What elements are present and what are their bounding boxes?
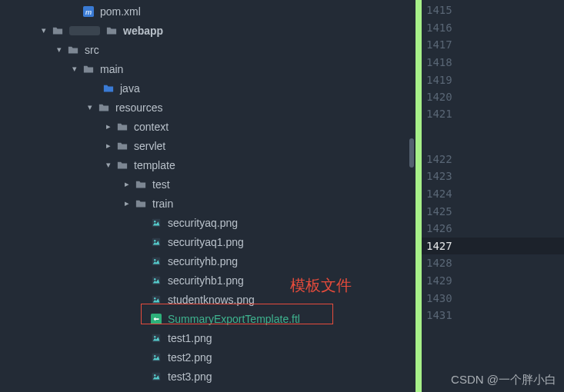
chevron-placeholder [137,237,148,247]
line-number[interactable]: 1424 [422,185,564,203]
tree-item-test[interactable]: ▸test [0,174,415,194]
chevron-placeholder [137,256,148,267]
tree-item-label: context [134,121,169,133]
tree-item-label: studentknows.png [168,294,255,306]
tree-item-label: resources [115,101,162,114]
chevron-placeholder [137,314,148,324]
tree-item-resources[interactable]: ▾resources [0,98,415,117]
chevron-placeholder [69,6,80,17]
line-number[interactable]: 1428 [422,254,564,272]
chevron-placeholder [137,333,148,344]
tree-item-java[interactable]: java [0,78,415,98]
tree-item-securityhb-png[interactable]: securityhb.png [0,251,415,271]
line-number[interactable]: 1427 [422,238,564,255]
tree-item-label: test [152,178,170,191]
file-img-icon [149,274,163,287]
tree-item-label: java [120,82,140,95]
chevron-right-icon[interactable]: ▸ [103,141,114,151]
tree-item-label: src [85,44,99,56]
chevron-down-icon[interactable]: ▾ [38,25,49,36]
file-img-icon [149,293,163,307]
tree-item-label: securityaq1.png [168,236,244,248]
tree-item-train[interactable]: ▸train [0,194,415,213]
tree-item-test2-png[interactable]: test2.png [0,347,415,367]
line-number[interactable]: 1431 [422,307,564,324]
chevron-down-icon[interactable]: ▾ [69,64,80,75]
tree-item-main[interactable]: ▾main [0,59,415,78]
tree-item-securityaq-png[interactable]: securityaq.png [0,213,415,232]
line-number[interactable]: 1418 [422,54,564,71]
tree-item-studentknows-png[interactable]: studentknows.png [0,290,415,309]
folder-icon [115,158,129,172]
line-number[interactable]: 1423 [422,168,564,185]
tree-item-test4-png[interactable]: test4.png [0,386,415,392]
folder-icon [82,62,95,76]
tree-item-test1-png[interactable]: test1.png [0,328,415,347]
tree-item-securityaq1-png[interactable]: securityaq1.png [0,232,415,251]
tree-item-label: securityhb.png [168,255,238,267]
line-number[interactable]: 1421 [422,106,564,151]
tree-item-label: test1.png [168,332,212,344]
line-number[interactable]: 1415 [422,2,564,19]
chevron-placeholder [137,275,148,286]
file-m-icon [82,5,95,18]
tree-item-label: test3.png [168,370,212,383]
chevron-placeholder [137,218,148,228]
tree-item-webapp[interactable]: ▾webapp [0,21,415,40]
tree-item-label: test2.png [168,351,212,364]
tree-item-label: securityaq.png [168,217,238,229]
line-number[interactable]: 1419 [422,71,564,88]
tree-item-servlet[interactable]: ▸servlet [0,136,415,155]
tree-item-src[interactable]: ▾src [0,40,415,59]
tree-item-pom-xml[interactable]: pom.xml [0,2,415,21]
tree-item-test3-png[interactable]: test3.png [0,367,415,386]
line-number[interactable]: 1430 [422,289,564,307]
tree-item-label: securityhb1.png [168,274,244,287]
folder-icon [115,120,129,134]
line-number-column[interactable]: 1415141614171418141914201421142214231424… [422,0,564,392]
tree-item-label: servlet [134,140,165,152]
file-explorer[interactable]: pom.xml▾webapp▾src▾mainjava▾resources▸co… [0,0,415,392]
tree-item-label: template [134,159,175,171]
file-img-icon [149,235,163,249]
line-number[interactable]: 1429 [422,272,564,290]
folder-icon [97,101,111,115]
chevron-placeholder [137,371,148,382]
tree-item-label: pom.xml [100,5,141,18]
file-img-icon [149,216,163,230]
chevron-right-icon[interactable]: ▸ [122,179,132,190]
file-img-icon [149,350,163,364]
chevron-down-icon[interactable]: ▾ [54,45,65,55]
module-icon [51,24,65,38]
file-img-icon [149,254,163,268]
line-number[interactable]: 1426 [422,220,564,238]
file-tree[interactable]: pom.xml▾webapp▾src▾mainjava▾resources▸co… [0,2,415,392]
chevron-right-icon[interactable]: ▸ [122,198,132,209]
tree-item-label: SummaryExportTemplate.ftl [168,313,300,325]
file-ftl-icon [149,312,163,326]
folder-icon [134,178,148,191]
folder-icon [105,24,118,38]
tree-item-label: train [152,198,173,210]
chevron-down-icon[interactable]: ▾ [103,160,114,171]
line-number[interactable]: 1422 [422,151,564,168]
chevron-placeholder [89,83,100,94]
tree-item-summaryexporttemplate-ftl[interactable]: SummaryExportTemplate.ftl [0,309,415,328]
line-number[interactable]: 1425 [422,202,564,220]
redacted-text [69,26,100,35]
scrollbar-thumb[interactable] [409,138,414,168]
chevron-down-icon[interactable]: ▾ [85,102,95,113]
line-number[interactable]: 1417 [422,36,564,54]
chevron-right-icon[interactable]: ▸ [103,121,114,132]
tree-item-template[interactable]: ▾template [0,155,415,174]
line-number[interactable]: 1420 [422,88,564,106]
folder-icon [66,43,80,57]
chevron-placeholder [137,294,148,305]
tree-item-context[interactable]: ▸context [0,117,415,136]
file-img-icon [149,370,163,384]
tree-item-label: test4.png [168,390,212,393]
line-number[interactable]: 1416 [422,19,564,37]
folder-blue-icon [102,81,115,95]
tree-item-securityhb1-png[interactable]: securityhb1.png [0,271,415,290]
change-gutter [415,0,422,392]
